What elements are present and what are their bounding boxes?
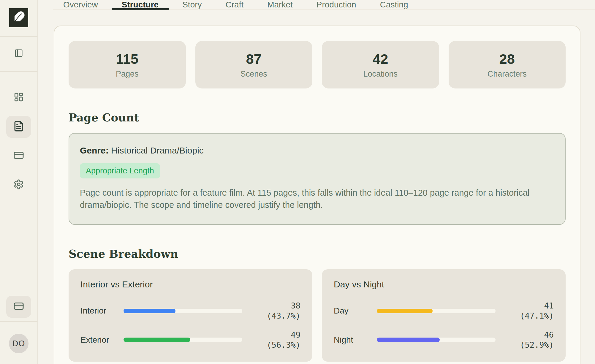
- bar-fill-interior: [124, 309, 175, 313]
- chart-title: Interior vs Exterior: [80, 279, 300, 289]
- bar-value: 49 (56.3%): [250, 330, 300, 350]
- sidebar-item-billing[interactable]: [6, 296, 31, 318]
- sidebar-nav: [6, 72, 31, 196]
- scene-breakdown-heading: Scene Breakdown: [69, 247, 566, 260]
- sidebar-toggle-button[interactable]: [6, 43, 31, 65]
- bar-track: [377, 338, 496, 342]
- bar-value: 46 (52.9%): [503, 330, 554, 350]
- bar-label: Exterior: [80, 335, 124, 345]
- chart-row-interior: Interior 38 (43.7%): [80, 301, 300, 321]
- stat-label: Locations: [363, 69, 398, 79]
- bar-label: Night: [334, 335, 377, 345]
- stat-card-pages: 115 Pages: [69, 41, 186, 88]
- chart-card-interior-exterior: Interior vs Exterior Interior 38 (43.7%)…: [69, 269, 312, 362]
- genre-line: Genre: Historical Drama/Biopic: [80, 145, 554, 156]
- chart-row-exterior: Exterior 49 (56.3%): [80, 330, 300, 350]
- app-logo[interactable]: [9, 8, 28, 27]
- document-icon: [13, 121, 24, 133]
- sidebar-item-cards[interactable]: [6, 145, 31, 167]
- tab-structure[interactable]: Structure: [112, 0, 169, 10]
- tab-story[interactable]: Story: [172, 0, 212, 10]
- chart-card-day-night: Day vs Night Day 41 (47.1%) Night: [322, 269, 566, 362]
- bar-value: 41 (47.1%): [503, 301, 554, 321]
- stat-value: 115: [116, 51, 138, 67]
- genre-label: Genre:: [80, 145, 109, 155]
- bar-fill-day: [377, 309, 433, 313]
- stat-card-scenes: 87 Scenes: [195, 41, 313, 88]
- tab-overview[interactable]: Overview: [53, 0, 108, 10]
- panel-left-icon: [14, 49, 23, 59]
- sidebar-item-settings[interactable]: [6, 174, 31, 196]
- chart-title: Day vs Night: [334, 279, 554, 289]
- structure-panel: 115 Pages 87 Scenes 42 Locations 28 Char…: [54, 26, 580, 364]
- sidebar-item-dashboard[interactable]: [6, 87, 31, 109]
- stat-value: 87: [246, 51, 262, 67]
- main-area: Overview Structure Story Craft Market Pr…: [38, 0, 595, 364]
- bar-value: 38 (43.7%): [250, 301, 300, 321]
- page-count-heading: Page Count: [69, 111, 566, 124]
- stat-value: 28: [499, 51, 515, 67]
- gear-icon: [13, 179, 24, 191]
- genre-value: Historical Drama/Biopic: [111, 145, 204, 155]
- feather-icon: [12, 11, 25, 25]
- stat-card-characters: 28 Characters: [449, 41, 566, 88]
- credit-card-icon: [13, 301, 24, 313]
- tab-casting[interactable]: Casting: [370, 0, 418, 10]
- bar-track: [124, 338, 242, 342]
- charts-row: Interior vs Exterior Interior 38 (43.7%)…: [69, 269, 566, 362]
- avatar-initials: DO: [12, 339, 25, 348]
- status-badge: Appropriate Length: [80, 163, 160, 178]
- dashboard-icon: [14, 92, 24, 103]
- credit-card-icon: [13, 150, 24, 162]
- bar-fill-exterior: [124, 338, 190, 342]
- stat-label: Scenes: [240, 69, 267, 79]
- tab-craft[interactable]: Craft: [216, 0, 254, 10]
- bar-track: [377, 309, 496, 313]
- tab-bar: Overview Structure Story Craft Market Pr…: [53, 0, 595, 10]
- stats-row: 115 Pages 87 Scenes 42 Locations 28 Char…: [69, 41, 566, 88]
- sidebar-item-script[interactable]: [6, 116, 31, 138]
- stat-value: 42: [373, 51, 388, 67]
- sidebar-divider: [0, 321, 38, 322]
- sidebar: DO: [0, 0, 38, 364]
- stat-label: Pages: [116, 69, 139, 79]
- user-avatar[interactable]: DO: [9, 334, 29, 353]
- page-count-description: Page count is appropriate for a feature …: [80, 187, 554, 211]
- bar-fill-night: [377, 338, 440, 342]
- bar-label: Day: [334, 306, 377, 316]
- chart-row-day: Day 41 (47.1%): [334, 301, 554, 321]
- stat-card-locations: 42 Locations: [322, 41, 439, 88]
- bar-label: Interior: [80, 306, 124, 316]
- tab-market[interactable]: Market: [257, 0, 303, 10]
- chart-row-night: Night 46 (52.9%): [334, 330, 554, 350]
- page-count-card: Genre: Historical Drama/Biopic Appropria…: [69, 133, 566, 225]
- stat-label: Characters: [488, 69, 527, 79]
- bar-track: [124, 309, 242, 313]
- tab-production[interactable]: Production: [306, 0, 366, 10]
